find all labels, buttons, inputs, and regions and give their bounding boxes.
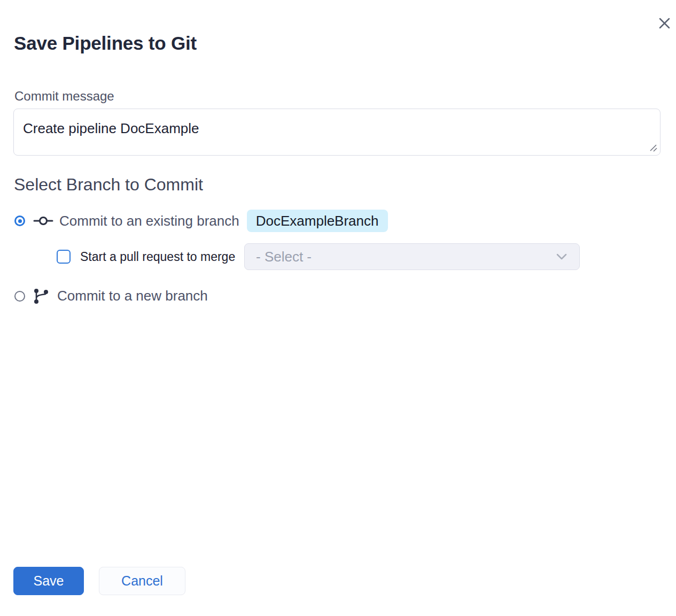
commit-message-label: Commit message bbox=[14, 89, 114, 104]
existing-branch-option-row: Commit to an existing branch DocExampleB… bbox=[14, 210, 388, 232]
close-icon[interactable] bbox=[653, 12, 675, 34]
cancel-button[interactable]: Cancel bbox=[99, 567, 185, 595]
save-button[interactable]: Save bbox=[13, 567, 84, 595]
new-branch-label: Commit to a new branch bbox=[57, 288, 208, 304]
page-title: Save Pipelines to Git bbox=[14, 32, 197, 55]
pull-request-checkbox[interactable] bbox=[57, 250, 71, 264]
existing-branch-label: Commit to an existing branch bbox=[59, 213, 239, 229]
resize-handle-icon[interactable] bbox=[649, 143, 658, 152]
select-placeholder: - Select - bbox=[256, 249, 556, 265]
branch-section-heading: Select Branch to Commit bbox=[14, 174, 203, 195]
chevron-down-icon bbox=[556, 253, 567, 260]
merge-target-branch-select[interactable]: - Select - bbox=[244, 243, 580, 270]
new-branch-option-row: Commit to a new branch bbox=[14, 288, 208, 304]
commit-message-input[interactable]: Create pipeline DocExample bbox=[13, 109, 661, 156]
save-pipelines-dialog: Save Pipelines to Git Commit message Cre… bbox=[0, 0, 676, 616]
commit-message-field-wrap: Create pipeline DocExample bbox=[13, 109, 661, 156]
close-x-glyph bbox=[659, 18, 670, 29]
existing-branch-radio[interactable] bbox=[14, 215, 25, 226]
pull-request-label: Start a pull request to merge bbox=[80, 250, 235, 264]
new-branch-radio[interactable] bbox=[14, 291, 25, 302]
pull-request-option-row: Start a pull request to merge bbox=[57, 243, 235, 270]
git-commit-icon bbox=[33, 215, 53, 226]
git-branch-icon bbox=[34, 288, 49, 304]
branch-name-badge[interactable]: DocExampleBranch bbox=[247, 210, 388, 232]
